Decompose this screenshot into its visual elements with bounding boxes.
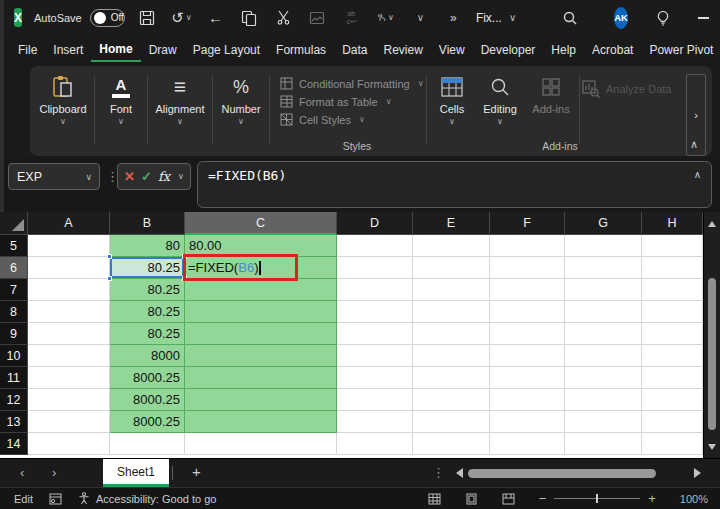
cell-H12[interactable] (642, 389, 703, 411)
cell-E9[interactable] (413, 323, 490, 345)
col-header-G[interactable]: G (565, 212, 642, 235)
tab-developer[interactable]: Developer (473, 38, 544, 61)
cell-F13[interactable] (490, 411, 565, 433)
fx-chevron-icon[interactable]: ∨ (178, 172, 184, 181)
replace-icon[interactable]: abc↩ (343, 9, 360, 26)
copy-icon[interactable] (241, 9, 258, 26)
minimize-button[interactable] (698, 9, 709, 26)
cell-F5[interactable] (490, 235, 565, 257)
cell-D8[interactable] (337, 301, 413, 323)
col-header-A[interactable]: A (28, 212, 110, 235)
cell-A11[interactable] (28, 367, 110, 389)
tab-acrobat[interactable]: Acrobat (584, 38, 641, 61)
formula-input[interactable]: =FIXED(B6) ∧ (197, 161, 712, 208)
tab-formulas[interactable]: Formulas (268, 38, 334, 61)
cell-B10[interactable]: 8000 (110, 345, 185, 367)
cell-G9[interactable] (565, 323, 642, 345)
cell-C12[interactable] (185, 389, 337, 411)
cell-E14[interactable] (413, 433, 490, 455)
add-ins-button[interactable]: Add-ins (525, 70, 577, 115)
cell-B6-referenced[interactable]: 80.25 (110, 257, 185, 279)
cell-F8[interactable] (490, 301, 565, 323)
cell-C11[interactable] (185, 367, 337, 389)
enter-formula-button[interactable]: ✓ (141, 169, 152, 184)
conditional-formatting-button[interactable]: Conditional Formatting ∨ (280, 77, 424, 90)
vertical-scrollbar[interactable] (703, 212, 720, 458)
insert-function-button[interactable]: fx (158, 169, 170, 184)
cell-B8[interactable]: 80.25 (110, 301, 185, 323)
page-layout-view-icon[interactable] (465, 493, 478, 505)
cell-B7[interactable]: 80.25 (110, 279, 185, 301)
number-group-button[interactable]: % Number ∨ (215, 70, 267, 126)
cell-D9[interactable] (337, 323, 413, 345)
cell-C5[interactable]: 80.00 (185, 235, 337, 257)
format-as-table-button[interactable]: Format as Table ∨ (280, 95, 424, 108)
row-header-13[interactable]: 13 (0, 411, 28, 433)
cell-G8[interactable] (565, 301, 642, 323)
row-header-14[interactable]: 14 (0, 433, 28, 455)
col-header-D[interactable]: D (337, 212, 413, 235)
select-all-button[interactable] (0, 212, 28, 235)
cell-F14[interactable] (490, 433, 565, 455)
accessibility-icon[interactable] (78, 492, 90, 505)
vertical-scrollbar-thumb[interactable] (708, 278, 716, 430)
normal-view-icon[interactable] (428, 493, 441, 505)
cell-F9[interactable] (490, 323, 565, 345)
sheetbar-dots-icon[interactable]: ⋮ (432, 465, 445, 480)
cells-group-button[interactable]: Cells ∨ (429, 70, 475, 126)
qat-overflow-icon[interactable]: » (445, 9, 462, 26)
formula-bar-collapse-icon[interactable]: ∧ (694, 169, 701, 180)
cell-C10[interactable] (185, 345, 337, 367)
col-header-C[interactable]: C (185, 212, 337, 235)
cell-E10[interactable] (413, 345, 490, 367)
col-header-F[interactable]: F (490, 212, 565, 235)
scroll-up-icon[interactable] (708, 221, 716, 227)
next-sheet-icon[interactable]: › (52, 465, 56, 480)
document-title-dropdown[interactable]: Fix... ∨ (476, 11, 516, 25)
cell-A9[interactable] (28, 323, 110, 345)
cell-E12[interactable] (413, 389, 490, 411)
back-arrow-icon[interactable]: ← (207, 9, 224, 26)
row-header-12[interactable]: 12 (0, 389, 28, 411)
cell-H6[interactable] (642, 257, 703, 279)
tab-help[interactable]: Help (543, 38, 584, 61)
cell-B5[interactable]: 80 (110, 235, 185, 257)
editing-group-button[interactable]: Editing ∨ (475, 70, 525, 126)
accessibility-status[interactable]: Accessibility: Good to go (96, 493, 216, 505)
cell-G14[interactable] (565, 433, 642, 455)
cell-A14[interactable] (28, 433, 110, 455)
prev-sheet-icon[interactable]: ‹ (20, 465, 24, 480)
row-header-11[interactable]: 11 (0, 367, 28, 389)
cell-A5[interactable] (28, 235, 110, 257)
cell-A8[interactable] (28, 301, 110, 323)
cell-G6[interactable] (565, 257, 642, 279)
cell-F10[interactable] (490, 345, 565, 367)
cell-G11[interactable] (565, 367, 642, 389)
paste-icon[interactable] (309, 9, 326, 26)
row-header-7[interactable]: 7 (0, 279, 28, 301)
cell-C6-editing[interactable]: =FIXED(B6) (185, 257, 337, 279)
cell-E7[interactable] (413, 279, 490, 301)
chevron-down-icon[interactable]: ∨ (411, 9, 428, 26)
tab-review[interactable]: Review (375, 38, 430, 61)
alignment-group-button[interactable]: ≡ Alignment ∨ (150, 70, 210, 126)
cell-F7[interactable] (490, 279, 565, 301)
cell-F11[interactable] (490, 367, 565, 389)
cell-D11[interactable] (337, 367, 413, 389)
save-icon[interactable] (139, 9, 156, 26)
cell-G13[interactable] (565, 411, 642, 433)
cell-A12[interactable] (28, 389, 110, 411)
cell-C9[interactable] (185, 323, 337, 345)
zoom-in-button[interactable]: + (648, 492, 656, 505)
cell-E13[interactable] (413, 411, 490, 433)
macro-record-icon[interactable] (49, 493, 62, 505)
row-header-10[interactable]: 10 (0, 345, 28, 367)
scroll-left-icon[interactable] (456, 468, 463, 478)
cell-H10[interactable] (642, 345, 703, 367)
row-header-9[interactable]: 9 (0, 323, 28, 345)
cell-F12[interactable] (490, 389, 565, 411)
tab-insert[interactable]: Insert (45, 38, 91, 61)
add-sheet-button[interactable]: + (192, 463, 201, 480)
name-box[interactable]: EXP ∨ (8, 163, 100, 190)
cell-D14[interactable] (337, 433, 413, 455)
